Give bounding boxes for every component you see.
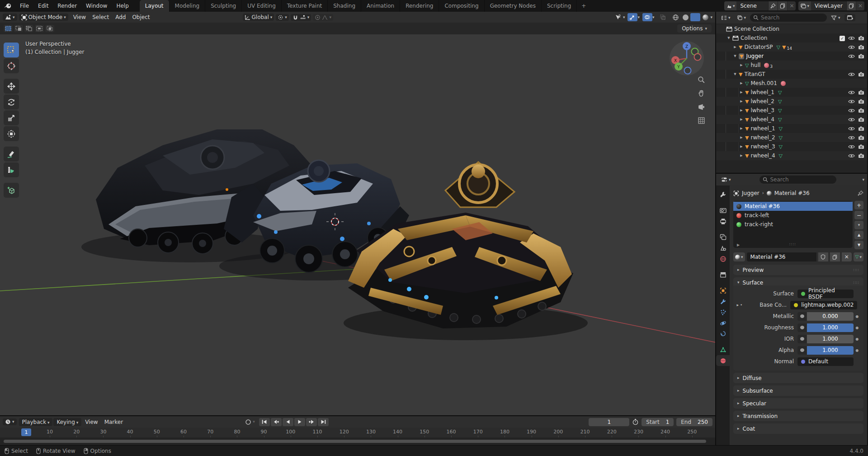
disable-render-camera-icon[interactable] [858,99,864,104]
material-name-field[interactable]: Material #36 [747,252,816,261]
material-link-dropdown[interactable]: ▽▾ [854,252,863,261]
tool-measure[interactable] [4,162,19,177]
timeline-menu-marker[interactable]: Marker [101,418,126,426]
properties-search-input[interactable] [760,176,836,184]
properties-tab-view-layer[interactable] [716,232,730,242]
material-slot-track-left[interactable]: track-left [733,211,853,220]
property-value-button[interactable]: lightmap.webp.002 [790,301,857,309]
outliner-row-hull[interactable]: ▶▽hull3 [716,61,867,70]
outliner-row-rwheel-3[interactable]: ▶▼rwheel_3▽ [716,142,867,151]
topbar-menu-render[interactable]: Render [53,3,81,9]
topbar-menu-edit[interactable]: Edit [33,3,53,9]
input-socket-button[interactable] [797,323,807,332]
timeline-menu-playback[interactable]: Playback ▾ [19,418,53,426]
shading-rendered-button[interactable] [700,13,710,21]
breadcrumb-data[interactable]: Material #36 [774,190,810,196]
hide-eye-icon[interactable] [848,99,855,104]
workspace-tab-rendering[interactable]: Rendering [400,0,439,12]
proportional-edit-controls[interactable]: ▾ [313,14,333,21]
pin-scene-icon[interactable] [768,1,778,10]
hide-eye-icon[interactable] [848,144,855,149]
disable-render-camera-icon[interactable] [858,117,864,122]
disable-render-camera-icon[interactable] [858,144,864,149]
viewport-menu-add[interactable]: Add [112,13,129,21]
tool-rotate[interactable] [4,95,19,109]
workspace-tab-texture-paint[interactable]: Texture Paint [282,0,328,12]
disable-render-camera-icon[interactable] [858,153,864,158]
editor-type-button[interactable]: ▾ [3,14,17,21]
timeline-scrollbar[interactable] [4,440,706,443]
outliner-row-collection[interactable]: ▼Collection✓ [716,33,867,43]
workspace-tab-layout[interactable]: Layout [140,0,170,12]
disable-render-camera-icon[interactable] [858,44,864,50]
select-mode-set[interactable] [4,25,13,32]
hide-eye-icon[interactable] [848,108,855,113]
disable-render-camera-icon[interactable] [858,126,864,131]
expander-icon[interactable]: ▶ [738,154,745,157]
expander-icon[interactable]: ▶ [738,109,745,112]
play-button[interactable] [294,418,305,426]
gizmos-toggle[interactable] [627,13,637,21]
expander-icon[interactable]: ▶ [738,63,745,67]
workspace-tab-shading[interactable]: Shading [328,0,361,12]
delete-scene-icon[interactable]: ✕ [787,1,796,10]
timeline-editor-type-button[interactable]: ▾ [3,418,17,425]
current-frame-indicator[interactable]: 1 [21,428,31,436]
overlays-toggle[interactable] [642,13,652,21]
outliner-row-lwheel-4[interactable]: ▶▼lwheel_4▽ [716,115,867,124]
select-mode-subtract[interactable] [24,25,33,32]
stopwatch-icon[interactable] [632,418,639,425]
properties-tab-tool[interactable] [716,189,730,200]
frame-end-field[interactable]: End250 [676,418,712,426]
expander-icon[interactable]: ▶ [738,136,745,139]
disable-render-camera-icon[interactable] [858,135,864,140]
tool-add-cube[interactable] [4,183,19,198]
slot-specials-dropdown[interactable]: ▾ [854,221,863,229]
breadcrumb-object[interactable]: Jugger [742,190,760,196]
expander-icon[interactable]: ▼ [725,36,732,40]
browse-material-dropdown[interactable]: ▾ [733,252,745,261]
shading-material-button[interactable] [690,13,700,21]
properties-search[interactable] [760,176,836,184]
property-slider[interactable]: 1.000 [807,335,854,343]
outliner-row-rwheel-4[interactable]: ▶▼rwheel_4▽ [716,151,867,160]
outliner-row-titangt[interactable]: ▼▼TitanGT [716,70,867,79]
topbar-menu-window[interactable]: Window [81,3,112,9]
current-frame-field[interactable]: 1 [589,418,629,426]
topbar-menu-help[interactable]: Help [112,3,133,9]
camera-view-icon[interactable] [698,103,705,111]
workspace-tab-geometry-nodes[interactable]: Geometry Nodes [485,0,542,12]
outliner-row-rwheel-1[interactable]: ▶▼rwheel_1▽ [716,124,867,133]
disable-render-camera-icon[interactable] [858,71,864,77]
expander-icon[interactable]: ▶ [738,90,745,94]
input-socket-button[interactable] [797,312,807,321]
auto-keying-toggle[interactable]: ▾ [243,418,257,426]
remove-slot-button[interactable]: − [854,211,863,219]
material-slot-list[interactable]: Material #36track-lefttrack-right ▶ ∷∷ [733,201,853,248]
tool-move[interactable] [4,79,19,94]
expander-icon[interactable]: ▼ [731,72,739,76]
disable-render-camera-icon[interactable] [858,108,864,113]
viewport-menu-object[interactable]: Object [129,13,153,21]
jump-to-start-button[interactable] [259,418,270,426]
shading-wireframe-button[interactable] [670,13,680,21]
disable-render-camera-icon[interactable] [858,90,864,95]
scene-selector[interactable]: ▾ Scene ✕ [724,1,796,10]
outliner-row-dictatorsp[interactable]: ▶▼DictatorSP▽▼14 [716,43,867,52]
move-slot-down-button[interactable]: ▼ [854,241,863,249]
outliner-search[interactable] [750,14,827,22]
tool-select-box[interactable] [4,43,19,57]
animate-decorator[interactable]: ● [854,326,861,330]
material-slot-track-right[interactable]: track-right [733,220,853,229]
blender-logo-icon[interactable] [0,0,15,12]
timeline-ruler[interactable]: 1 10203040506070809010011012013014015016… [0,428,715,437]
hide-eye-icon[interactable] [848,54,855,59]
add-slot-button[interactable]: + [854,201,863,209]
select-mode-extend[interactable] [14,25,23,32]
outliner-row-lwheel-3[interactable]: ▶▼lwheel_3▽ [716,106,867,115]
workspace-tab-uv-editing[interactable]: UV Editing [242,0,282,12]
viewport-menu-select[interactable]: Select [89,13,112,21]
expander-icon[interactable]: ▼ [731,54,739,58]
properties-tab-scene[interactable] [716,242,730,253]
properties-tab-physics[interactable] [716,318,730,328]
